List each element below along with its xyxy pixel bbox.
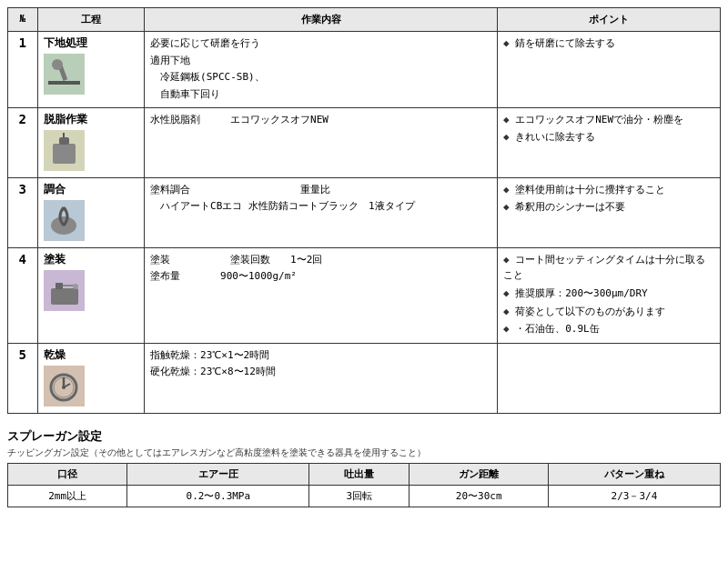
point-item: きれいに除去する — [503, 129, 714, 146]
process-icon-degrease — [44, 130, 138, 174]
content-cell: 指触乾燥：23℃×1〜2時間硬化乾燥：23℃×8〜12時間 — [145, 343, 498, 413]
process-cell: 下地処理 — [37, 32, 144, 108]
process-icon-surface — [44, 54, 138, 97]
process-cell: 塗装 — [37, 247, 144, 343]
svg-rect-1 — [48, 81, 80, 85]
row-number: 3 — [8, 177, 38, 247]
spray-header: 口径 — [8, 463, 127, 485]
process-cell: 脱脂作業 — [37, 107, 144, 177]
table-row: 3調合 塗料調合 重量比 ハイアートCBエコ 水性防錆コートブラック 1液タイプ… — [8, 177, 721, 247]
point-cell: エコワックスオフNEWで油分・粉塵をきれいに除去する — [497, 107, 720, 177]
svg-rect-6 — [59, 137, 69, 145]
svg-rect-12 — [56, 283, 63, 289]
point-cell — [497, 343, 720, 413]
spray-cell: 2mm以上 — [8, 485, 127, 507]
row-number: 5 — [8, 343, 38, 413]
process-icon-paint — [44, 270, 138, 314]
spray-header: ガン距離 — [410, 463, 549, 485]
process-title: 塗装 — [44, 252, 138, 267]
process-title: 乾燥 — [44, 347, 138, 363]
content-line: 塗料調合 重量比 — [150, 182, 491, 199]
spray-cell: 0.2〜0.3MPa — [127, 485, 309, 507]
table-row: 1下地処理 必要に応じて研磨を行う適用下地 冷延鋼板(SPCC-SB)、 自動車… — [8, 32, 721, 108]
content-line: 硬化乾燥：23℃×8〜12時間 — [150, 364, 491, 381]
content-cell: 水性脱脂剤 エコワックスオフNEW — [145, 107, 498, 177]
header-content: 作業内容 — [145, 8, 498, 32]
process-icon-mix — [44, 200, 138, 244]
process-cell: 乾燥 — [37, 343, 144, 413]
spray-gun-subtitle: チッピングガン設定（その他としてはエアレスガンなど高粘度塗料を塗装できる器具を使… — [7, 447, 721, 459]
point-item: 荷姿として以下のものがあります — [503, 304, 714, 320]
svg-point-20 — [62, 386, 66, 389]
process-cell: 調合 — [37, 177, 144, 247]
spray-cell: 2/3－3/4 — [548, 485, 720, 507]
header-point: ポイント — [497, 8, 720, 32]
spray-header: 吐出量 — [309, 463, 410, 485]
point-cell: 塗料使用前は十分に攪拌すること希釈用のシンナーは不要 — [497, 177, 720, 247]
header-no: № — [8, 8, 38, 32]
svg-rect-13 — [63, 285, 74, 286]
spray-gun-section: スプレーガン設定 チッピングガン設定（その他としてはエアレスガンなど高粘度塗料を… — [7, 428, 721, 507]
point-item: 塗料使用前は十分に攪拌すること — [503, 182, 714, 198]
content-line: 塗布量 900〜1000g/m² — [150, 268, 491, 286]
table-row: 4塗装 塗装 塗装回数 1〜2回塗布量 900〜1000g/m²コート間セッティ… — [8, 247, 721, 343]
process-title: 下地処理 — [44, 35, 138, 51]
point-item: 希釈用のシンナーは不要 — [503, 199, 714, 216]
content-line: 必要に応じて研磨を行う — [150, 35, 491, 53]
content-line: 冷延鋼板(SPCC-SB)、 — [150, 69, 491, 86]
table-row: 2脱脂作業 水性脱脂剤 エコワックスオフNEWエコワックスオフNEWで油分・粉塵… — [8, 107, 721, 177]
content-cell: 必要に応じて研磨を行う適用下地 冷延鋼板(SPCC-SB)、 自動車下回り — [145, 32, 498, 108]
spray-cell: 3回転 — [309, 485, 410, 507]
point-cell: 錆を研磨にて除去する — [497, 32, 720, 108]
process-title: 脱脂作業 — [44, 112, 138, 127]
process-title: 調合 — [44, 182, 138, 197]
content-line: 指触乾燥：23℃×1〜2時間 — [150, 347, 491, 365]
point-item: エコワックスオフNEWで油分・粉塵を — [503, 112, 714, 128]
process-icon-dry — [44, 366, 138, 409]
row-number: 4 — [8, 247, 38, 343]
content-line: ハイアートCBエコ 水性防錆コートブラック 1液タイプ — [150, 198, 491, 216]
content-cell: 塗装 塗装回数 1〜2回塗布量 900〜1000g/m² — [145, 247, 498, 343]
main-process-table: № 工程 作業内容 ポイント 1下地処理 必要に応じて研磨を行う適用下地 冷延鋼… — [7, 7, 721, 414]
content-line: 適用下地 — [150, 53, 491, 70]
spray-gun-table: 口径エアー圧吐出量ガン距離パターン重ね 2mm以上0.2〜0.3MPa3回転20… — [7, 463, 721, 507]
content-line: 水性脱脂剤 エコワックスオフNEW — [150, 112, 491, 129]
svg-point-14 — [73, 284, 78, 289]
point-item: コート間セッティングタイムは十分に取ること — [503, 252, 714, 284]
spray-cell: 20〜30cm — [410, 485, 549, 507]
svg-point-3 — [52, 59, 63, 70]
table-row: 5乾燥 指触乾燥：23℃×1〜2時間硬化乾燥：23℃×8〜12時間 — [8, 343, 721, 413]
row-number: 2 — [8, 107, 38, 177]
header-process: 工程 — [37, 8, 144, 32]
content-line: 自動車下回り — [150, 86, 491, 104]
spray-gun-title: スプレーガン設定 — [7, 428, 721, 445]
point-item: 推奨膜厚：200〜300μm/DRY — [503, 286, 714, 302]
point-item: 錆を研磨にて除去する — [503, 35, 714, 52]
row-number: 1 — [8, 32, 38, 108]
spray-header: パターン重ね — [548, 463, 720, 485]
content-cell: 塗料調合 重量比 ハイアートCBエコ 水性防錆コートブラック 1液タイプ — [145, 177, 498, 247]
point-cell: コート間セッティングタイムは十分に取ること推奨膜厚：200〜300μm/DRY荷… — [497, 247, 720, 343]
spray-header: エアー圧 — [127, 463, 309, 485]
svg-rect-5 — [53, 144, 76, 164]
content-line: 塗装 塗装回数 1〜2回 — [150, 252, 491, 269]
point-item: ・石油缶、0.9L缶 — [503, 321, 714, 337]
svg-rect-11 — [51, 288, 78, 305]
